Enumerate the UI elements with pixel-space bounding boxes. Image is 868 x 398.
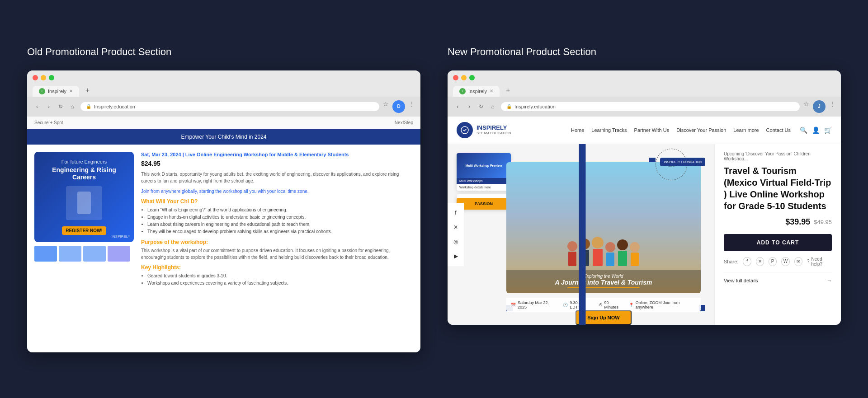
workshop-card-2: PASSION: [457, 194, 511, 210]
children-photo: Exploring the World A Journey into Trave…: [506, 162, 701, 293]
old-active-tab[interactable]: i Inspirely ✕: [33, 86, 79, 97]
email-share-icon[interactable]: ✉: [794, 257, 802, 266]
thumbnail-strip: [34, 246, 134, 262]
new-reload-button[interactable]: ↻: [476, 102, 486, 111]
back-button[interactable]: ‹: [33, 102, 42, 111]
new-home-button[interactable]: ⌂: [488, 102, 497, 111]
new-product-info-panel: Upcoming 'Discover Your Passion' Childre…: [714, 144, 841, 325]
child-1: [567, 241, 577, 266]
old-description: This work D starts, opportunity for youn…: [141, 171, 413, 184]
register-badge: REGISTER NOW!: [62, 226, 106, 235]
old-price: $49.95: [814, 219, 832, 225]
workshop-card-header: Multi Workshops: [457, 178, 511, 184]
cart-icon[interactable]: 🛒: [824, 126, 832, 134]
thumb-3[interactable]: [83, 246, 106, 262]
view-details-arrow[interactable]: →: [827, 278, 832, 283]
passion-badge: PASSION: [457, 198, 511, 210]
old-logo-watermark: INSPIRELY: [112, 234, 130, 239]
twitter-share-icon[interactable]: ✕: [756, 257, 764, 266]
new-lock-icon: 🔒: [506, 104, 512, 109]
nav-link-contact[interactable]: Contact Us: [766, 127, 791, 133]
add-to-cart-button[interactable]: ADD TO CART: [724, 234, 832, 251]
old-browser-chrome: i Inspirely ✕ +: [27, 70, 420, 97]
old-purpose-heading: Purpose of the workshop:: [141, 239, 413, 245]
old-top-bar: Secure + Spot NextStep: [27, 117, 420, 129]
workshop-cards: Multi Workshop Preview Multi Workshops W…: [457, 153, 511, 210]
help-icon: ?: [807, 259, 810, 264]
new-browser-window: i Inspirely ✕ + ‹ › ↻ ⌂ 🔒 Inspirely.educ…: [448, 70, 841, 325]
hero-overlay: Exploring the World A Journey into Trave…: [506, 270, 701, 293]
facebook-icon[interactable]: f: [451, 208, 460, 217]
bookmark-icon[interactable]: ☆: [383, 100, 389, 113]
reload-button[interactable]: ↻: [56, 102, 65, 111]
thumb-1[interactable]: [34, 246, 57, 262]
new-browser-buttons: [453, 75, 835, 80]
highlight-item-2: Workshops and experiences covering a var…: [147, 280, 413, 287]
new-tab-favicon: i: [459, 88, 466, 94]
tab-label: Inspirely: [48, 89, 66, 94]
old-browser-buttons: [33, 75, 415, 80]
old-content-area: For future Engineers Engineering & Risin…: [27, 145, 420, 352]
new-back-button[interactable]: ‹: [453, 102, 462, 111]
forward-button[interactable]: ›: [44, 102, 53, 111]
search-icon[interactable]: 🔍: [800, 126, 807, 134]
old-date-line: Sat, Mar 23, 2024 | Live Online Engineer…: [141, 152, 413, 157]
social-sidebar: f ✕ ◎ ▶: [448, 203, 464, 266]
new-address-actions: ☆ J ⋮: [803, 100, 835, 113]
new-minimize-button[interactable]: [461, 75, 467, 80]
main-container: Old Promotional Product Section i Inspir…: [27, 46, 841, 352]
nav-link-partner[interactable]: Partner With Us: [634, 127, 670, 133]
nav-link-discover[interactable]: Discover Your Passion: [676, 127, 726, 133]
view-details-text: View full details: [724, 278, 758, 283]
new-bookmark-icon[interactable]: ☆: [803, 100, 809, 113]
hero-area: W·O·R·K·S·H·O·P·N·E·W INSPIRELY FOUNDATI…: [506, 144, 714, 325]
instagram-icon[interactable]: ◎: [451, 237, 460, 246]
close-button[interactable]: [33, 75, 38, 80]
new-tab-close-icon[interactable]: ✕: [490, 89, 493, 94]
old-join-text: Join from anywhere globally, starting th…: [141, 189, 413, 194]
old-product-details: Sat, Mar 23, 2024 | Live Online Engineer…: [141, 152, 413, 345]
new-address-input[interactable]: 🔒 Inspirely.education: [501, 102, 800, 111]
new-new-tab-button[interactable]: +: [501, 84, 514, 97]
home-button[interactable]: ⌂: [68, 102, 77, 111]
whatsapp-share-icon[interactable]: W: [781, 257, 789, 266]
old-img-label: For future Engineers: [61, 159, 107, 164]
youtube-icon[interactable]: ▶: [451, 252, 460, 261]
minimize-button[interactable]: [41, 75, 46, 80]
share-row: Share: f ✕ P W ✉ ? Need help?: [724, 257, 832, 267]
account-icon[interactable]: 👤: [812, 126, 820, 134]
facebook-share-icon[interactable]: f: [743, 257, 751, 266]
old-address-input[interactable]: 🔒 Inspirely.education: [80, 102, 379, 111]
twitter-icon[interactable]: ✕: [451, 223, 460, 232]
nav-link-learning-tracks[interactable]: Learning Tracks: [591, 127, 627, 133]
need-help[interactable]: ? Need help?: [807, 257, 832, 267]
new-active-tab[interactable]: i Inspirely ✕: [453, 86, 500, 97]
logo-text-block: INSPIRELY STEAM EDUCATION: [476, 125, 511, 135]
new-browser-tabs: i Inspirely ✕ +: [453, 84, 835, 97]
user-avatar: D: [392, 100, 405, 113]
bullet-item-1: Learn "What is Engineering?" at the worl…: [147, 206, 413, 214]
new-tab-button[interactable]: +: [81, 84, 94, 97]
nav-link-learn-more[interactable]: Learn more: [733, 127, 759, 133]
pinterest-share-icon[interactable]: P: [769, 257, 777, 266]
view-details-row: View full details →: [724, 272, 832, 283]
thumb-4[interactable]: [108, 246, 130, 262]
tab-close-icon[interactable]: ✕: [69, 89, 73, 94]
hero-subtitle: Exploring the World: [510, 274, 697, 279]
maximize-button[interactable]: [49, 75, 54, 80]
old-nav-buttons: ‹ › ↻ ⌂: [33, 102, 77, 111]
new-address-bar: ‹ › ↻ ⌂ 🔒 Inspirely.education ☆ J ⋮: [448, 97, 841, 117]
workshop-card-img-label: Multi Workshop Preview: [464, 162, 504, 169]
new-forward-button[interactable]: ›: [465, 102, 474, 111]
thumb-2[interactable]: [59, 246, 81, 262]
new-more-options-icon[interactable]: ⋮: [829, 100, 835, 113]
nav-link-home[interactable]: Home: [571, 127, 584, 133]
workshop-card-img-1: Multi Workshop Preview: [457, 153, 511, 178]
more-options-icon[interactable]: ⋮: [409, 100, 415, 113]
bullet-item-2: Engage in hands-on digital activities to…: [147, 214, 413, 221]
event-time-item: 🕐 9:30 AM EDT: [563, 300, 593, 309]
new-maximize-button[interactable]: [469, 75, 475, 80]
new-close-button[interactable]: [453, 75, 458, 80]
hero-underline: [567, 287, 640, 288]
old-highlights-list: Geared toward students in grades 3-10. W…: [141, 272, 413, 287]
